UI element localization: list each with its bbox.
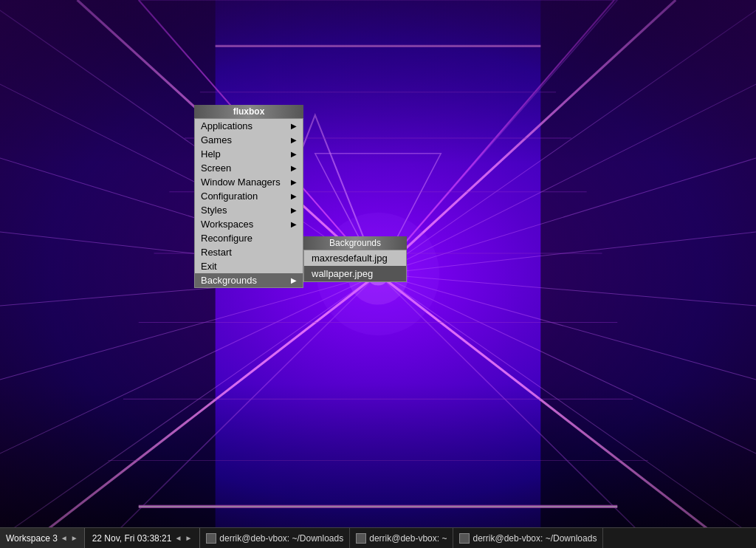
menu-item-games[interactable]: Games ▶	[195, 133, 303, 147]
arrow-icon: ▶	[291, 178, 297, 186]
window-icon-3	[459, 533, 470, 544]
context-menu: fluxbox Applications ▶ Games ▶ Help ▶ Sc…	[194, 105, 303, 288]
menu-item-help-label: Help	[201, 148, 221, 160]
submenu-item-wallpaper-label: wallpaper.jpeg	[312, 268, 373, 279]
workspace-label: Workspace 3	[6, 533, 58, 544]
menu-body: Applications ▶ Games ▶ Help ▶ Screen ▶ W…	[194, 118, 303, 288]
menu-item-window-managers-label: Window Managers	[201, 177, 281, 188]
menu-item-backgrounds-label: Backgrounds	[201, 275, 257, 286]
window-label-1: derrik@deb-vbox: ~/Downloads	[219, 533, 343, 544]
window-icon-2	[356, 533, 366, 544]
menu-item-screen-label: Screen	[201, 162, 231, 174]
submenu-item-maxresdefault-label: maxresdefault.jpg	[312, 253, 388, 264]
menu-item-applications-label: Applications	[201, 120, 252, 131]
submenu-item-wallpaper[interactable]: wallpaper.jpeg	[304, 266, 406, 281]
taskbar-clock: 22 Nov, Fri 03:38:21 ◄ ►	[85, 528, 201, 548]
menu-item-screen[interactable]: Screen ▶	[195, 161, 303, 175]
clock-arrow-right[interactable]: ►	[185, 534, 192, 542]
backgrounds-submenu: Backgrounds maxresdefault.jpg wallpaper.…	[303, 236, 407, 282]
workspace-arrow-left[interactable]: ◄	[61, 534, 68, 542]
datetime-label: 22 Nov, Fri 03:38:21	[92, 533, 172, 544]
taskbar-windows: derrik@deb-vbox: ~/Downloads derrik@deb-…	[200, 528, 756, 548]
taskbar-window-1[interactable]: derrik@deb-vbox: ~/Downloads	[200, 528, 350, 548]
menu-item-backgrounds[interactable]: Backgrounds ▶	[195, 273, 303, 287]
menu-item-reconfigure[interactable]: Reconfigure	[195, 231, 303, 245]
menu-item-styles[interactable]: Styles ▶	[195, 203, 303, 217]
menu-item-restart[interactable]: Restart	[195, 245, 303, 259]
arrow-icon: ▶	[291, 206, 297, 214]
taskbar-window-2[interactable]: derrik@deb-vbox: ~	[350, 528, 453, 548]
menu-item-configuration[interactable]: Configuration ▶	[195, 189, 303, 203]
menu-item-window-managers[interactable]: Window Managers ▶	[195, 175, 303, 189]
menu-item-workspaces[interactable]: Workspaces ▶	[195, 217, 303, 231]
menu-item-styles-label: Styles	[201, 205, 227, 216]
arrow-icon: ▶	[291, 122, 297, 130]
menu-title: fluxbox	[194, 105, 303, 118]
workspace-arrow-right[interactable]: ►	[71, 534, 78, 542]
menu-item-games-label: Games	[201, 134, 232, 145]
menu-item-workspaces-label: Workspaces	[201, 219, 253, 230]
arrow-icon: ▶	[291, 276, 297, 284]
taskbar-workspace[interactable]: Workspace 3 ◄ ►	[0, 528, 85, 548]
clock-arrow-left[interactable]: ◄	[174, 534, 182, 542]
taskbar-window-3[interactable]: derrik@deb-vbox: ~/Downloads	[453, 528, 603, 548]
arrow-icon: ▶	[291, 220, 297, 228]
window-label-2: derrik@deb-vbox: ~	[369, 533, 447, 544]
menu-item-applications[interactable]: Applications ▶	[195, 119, 303, 133]
backgrounds-submenu-body: maxresdefault.jpg wallpaper.jpeg	[303, 250, 407, 282]
submenu-item-maxresdefault[interactable]: maxresdefault.jpg	[304, 250, 406, 266]
backgrounds-submenu-title: Backgrounds	[303, 236, 407, 250]
window-label-3: derrik@deb-vbox: ~/Downloads	[472, 533, 597, 544]
arrow-icon: ▶	[291, 150, 297, 158]
menu-item-help[interactable]: Help ▶	[195, 147, 303, 161]
arrow-icon: ▶	[291, 136, 297, 144]
menu-item-exit-label: Exit	[201, 261, 217, 272]
menu-item-exit[interactable]: Exit	[195, 259, 303, 273]
menu-item-reconfigure-label: Reconfigure	[201, 233, 252, 244]
taskbar: Workspace 3 ◄ ► 22 Nov, Fri 03:38:21 ◄ ►…	[0, 527, 756, 548]
arrow-icon: ▶	[291, 192, 297, 200]
arrow-icon: ▶	[291, 164, 297, 172]
menu-item-configuration-label: Configuration	[201, 191, 258, 202]
menu-item-restart-label: Restart	[201, 247, 232, 258]
window-icon-1	[206, 533, 216, 544]
